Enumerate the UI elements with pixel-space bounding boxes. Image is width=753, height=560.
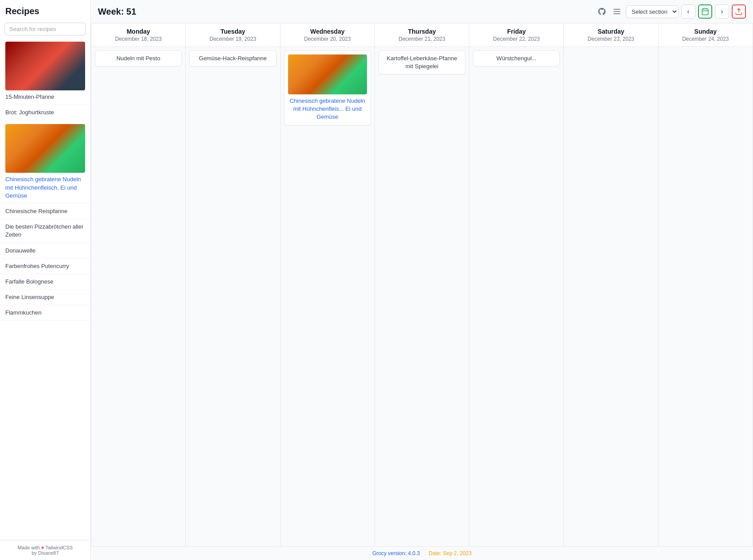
day-name: Sunday [662, 28, 749, 35]
recipe-name: Chinesische Reispfanne [5, 208, 67, 214]
day-header: WednesdayDecember 20, 2023 [281, 23, 375, 47]
today-button[interactable] [698, 4, 712, 19]
recipe-image [5, 42, 85, 90]
day-date: December 19, 2023 [189, 36, 276, 42]
day-name: Thursday [378, 28, 465, 35]
day-body: Nudeln mit Pesto [91, 47, 185, 546]
calendar-card[interactable]: Gemüse-Hack-Reispfanne [189, 51, 276, 66]
day-column: MondayDecember 18, 2023Nudeln mit Pesto [91, 23, 186, 546]
calendar-scroll: MondayDecember 18, 2023Nudeln mit PestoT… [91, 23, 753, 546]
recipe-list-item[interactable]: Brot: Joghurtkruste [0, 105, 90, 121]
day-body: Kartoffel-Leberkäse-Pfanne mit Spiegelei [375, 47, 469, 546]
calendar-icon [701, 8, 709, 16]
week-title: Week: 51 [98, 7, 592, 17]
day-header: ThursdayDecember 21, 2023 [375, 23, 469, 47]
recipe-name: Flammkuchen [5, 309, 42, 316]
calendar-card[interactable]: Chinesisch gebratene Nudeln mit Hühnchen… [284, 51, 371, 125]
heart-icon: ♥ [41, 545, 44, 550]
sidebar: Recipes 15-Minuten-PfanneBrot: Joghurtkr… [0, 0, 91, 560]
footer-date: Date: Sep 2, 2023 [429, 550, 472, 556]
day-date: December 18, 2023 [95, 36, 182, 42]
day-body [659, 47, 753, 546]
search-container [0, 20, 90, 38]
day-name: Monday [95, 28, 182, 35]
day-column: ThursdayDecember 21, 2023Kartoffel-Leber… [375, 23, 469, 546]
day-date: December 23, 2023 [567, 36, 654, 42]
recipe-list-item[interactable]: Donauwelle [0, 243, 90, 259]
card-name: Würstchengul... [477, 54, 556, 62]
card-name: Gemüse-Hack-Reispfanne [193, 54, 272, 62]
day-date: December 20, 2023 [284, 36, 371, 42]
day-body: Chinesisch gebratene Nudeln mit Hühnchen… [281, 47, 375, 546]
day-header: SundayDecember 24, 2023 [659, 23, 753, 47]
card-image [288, 54, 367, 94]
recipe-list-item[interactable]: Farbenfrohes Putencurry [0, 259, 90, 274]
recipe-name: Farfalle Bolognese [5, 278, 53, 285]
recipe-list-item[interactable]: Farfalle Bolognese [0, 274, 90, 290]
calendar-grid: MondayDecember 18, 2023Nudeln mit PestoT… [91, 23, 753, 546]
svg-rect-3 [702, 9, 708, 15]
recipe-list: 15-Minuten-PfanneBrot: JoghurtkrusteChin… [0, 38, 90, 540]
card-name: Kartoffel-Leberkäse-Pfanne mit Spiegelei [382, 54, 461, 70]
recipe-list-item[interactable]: 15-Minuten-Pfanne [0, 38, 90, 105]
prev-week-button[interactable]: ‹ [681, 4, 695, 19]
day-header: TuesdayDecember 19, 2023 [186, 23, 280, 47]
recipe-image [5, 124, 85, 173]
next-week-button[interactable]: › [715, 4, 729, 19]
export-button[interactable] [732, 4, 746, 19]
day-column: SaturdayDecember 23, 2023 [564, 23, 658, 546]
select-section-dropdown[interactable]: Select sectionLunchDinnerBreakfast [626, 5, 679, 18]
calendar-card[interactable]: Würstchengul... [473, 51, 560, 66]
topbar: Week: 51 Select s [91, 0, 753, 23]
recipe-name: 15-Minuten-Pfanne [5, 93, 55, 100]
sidebar-footer: Made with ♥ TailwindCSS by Disane87 [0, 540, 90, 560]
day-header: FridayDecember 22, 2023 [469, 23, 563, 47]
day-date: December 21, 2023 [378, 36, 465, 42]
version-link[interactable]: Grocy version: 4.0.3 [372, 550, 420, 556]
day-column: SundayDecember 24, 2023 [659, 23, 753, 546]
recipe-list-item[interactable]: Die besten Pizzabrötchen aller Zeiten [0, 219, 90, 243]
day-body: Würstchengul... [469, 47, 563, 546]
recipe-list-item[interactable]: Feine Linsensuppe [0, 290, 90, 305]
calendar-card[interactable]: Kartoffel-Leberkäse-Pfanne mit Spiegelei [378, 51, 465, 74]
day-column: TuesdayDecember 19, 2023Gemüse-Hack-Reis… [186, 23, 280, 546]
export-icon [735, 8, 743, 16]
day-date: December 24, 2023 [662, 36, 749, 42]
day-name: Saturday [567, 28, 654, 35]
search-input[interactable] [4, 23, 86, 35]
recipe-name: Brot: Joghurtkruste [5, 109, 54, 116]
day-name: Tuesday [189, 28, 276, 35]
list-icon [613, 7, 621, 16]
app-footer: Grocy version: 4.0.3 Date: Sep 2, 2023 [91, 546, 753, 560]
day-header: SaturdayDecember 23, 2023 [564, 23, 658, 47]
day-column: FridayDecember 22, 2023Würstchengul... [469, 23, 564, 546]
recipe-name: Donauwelle [5, 247, 35, 254]
recipe-name: Feine Linsensuppe [5, 294, 54, 300]
recipe-name: Chinesisch gebratene Nudeln mit Hühnchen… [5, 176, 81, 198]
card-name: Nudeln mit Pesto [99, 54, 178, 62]
recipe-name: Farbenfrohes Putencurry [5, 263, 69, 269]
github-button[interactable] [596, 5, 608, 18]
recipe-list-item[interactable]: Chinesisch gebratene Nudeln mit Hühnchen… [0, 121, 90, 204]
day-body: Gemüse-Hack-Reispfanne [186, 47, 280, 546]
day-name: Wednesday [284, 28, 371, 35]
recipe-name: Die besten Pizzabrötchen aller Zeiten [5, 223, 83, 238]
day-name: Friday [473, 28, 560, 35]
recipe-list-item[interactable]: Flammkuchen [0, 305, 90, 321]
day-body [564, 47, 658, 546]
day-date: December 22, 2023 [473, 36, 560, 42]
recipe-list-item[interactable]: Chinesische Reispfanne [0, 204, 90, 219]
calendar-card[interactable]: Nudeln mit Pesto [95, 51, 182, 66]
day-header: MondayDecember 18, 2023 [91, 23, 185, 47]
sidebar-header: Recipes [0, 0, 90, 20]
day-column: WednesdayDecember 20, 2023Chinesisch geb… [281, 23, 375, 546]
sidebar-title: Recipes [5, 6, 39, 16]
list-button[interactable] [611, 5, 623, 18]
topbar-icons: Select sectionLunchDinnerBreakfast ‹ › [596, 4, 746, 19]
github-icon [597, 7, 606, 16]
card-name: Chinesisch gebratene Nudeln mit Hühnchen… [288, 97, 367, 121]
main-content: Week: 51 Select s [91, 0, 753, 560]
